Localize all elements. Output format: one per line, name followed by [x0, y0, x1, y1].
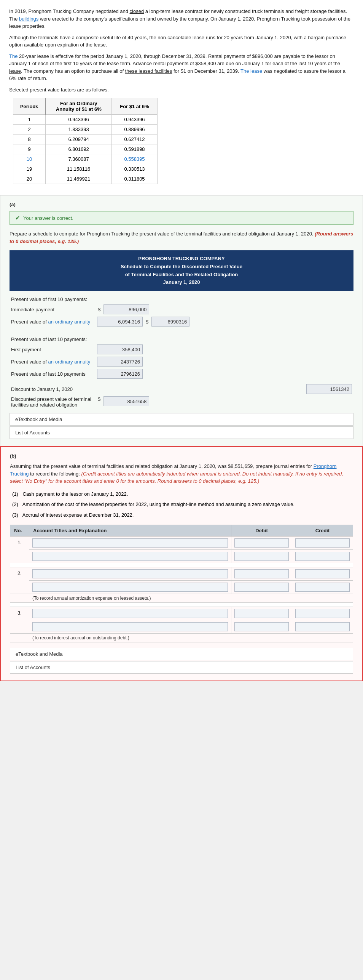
table-row: 20 [13, 174, 46, 184]
journal-input-account-2a[interactable] [32, 569, 228, 578]
journal-account-3a[interactable] [29, 607, 231, 620]
part-b-section: (b) Assuming that the present value of t… [0, 446, 363, 681]
table-row: 1 [13, 115, 46, 125]
journal-row-2b [10, 581, 353, 594]
table-row: 7.360087 [46, 154, 112, 164]
table-row: 10 [13, 154, 46, 164]
journal-input-account-1a[interactable] [32, 538, 228, 548]
journal-credit-2b[interactable] [292, 581, 353, 594]
list-of-accounts-link-a[interactable]: List of Accounts [10, 426, 353, 439]
pv-annuity-field1b[interactable]: 6990316 [151, 317, 189, 327]
discounted-pv-row: Discounted present value of terminalfaci… [11, 396, 352, 408]
schedule-area: Present value of first 10 payments: Imme… [10, 296, 353, 408]
table-row: 0.558395 [111, 154, 157, 164]
part-a-footer-links: eTextbook and Media List of Accounts [10, 413, 353, 439]
pv-annuity-row2: Present value of an ordinary annuity 243… [11, 357, 352, 367]
list-item-2: (2) Amortization of the cost of the leas… [12, 501, 353, 508]
table-row: 0.889996 [111, 125, 157, 135]
paragraph2: Although the terminals have a composite … [9, 34, 354, 49]
journal-debit-2b[interactable] [231, 581, 292, 594]
part-b-intro: Assuming that the present value of termi… [10, 463, 353, 485]
journal-credit-2a[interactable] [292, 567, 353, 581]
journal-credit-3b[interactable] [292, 620, 353, 634]
journal-debit-1a[interactable] [231, 536, 292, 550]
table-row: 6.209794 [46, 135, 112, 144]
journal-credit-1a[interactable] [292, 536, 353, 550]
table-row: 11.469921 [46, 174, 112, 184]
journal-input-debit-3b[interactable] [234, 622, 289, 631]
journal-account-2a[interactable] [29, 567, 231, 581]
first-payment-field[interactable]: 358,400 [97, 344, 143, 354]
journal-account-1a[interactable] [29, 536, 231, 550]
journal-input-debit-2a[interactable] [234, 569, 289, 578]
part-a-instruction: Prepare a schedule to compute for Prongh… [10, 230, 353, 245]
journal-note-no-3 [10, 634, 29, 642]
pv-annuity-field2[interactable]: 2437726 [97, 357, 143, 367]
journal-spacer-1 [10, 563, 353, 567]
paragraph1: In 2019, Pronghorn Trucking Company nego… [9, 8, 354, 30]
journal-input-account-3a[interactable] [32, 609, 228, 618]
first-payment-label: First payment [11, 347, 95, 352]
section1-label: Present value of first 10 payments: [11, 296, 352, 302]
journal-debit-3b[interactable] [231, 620, 292, 634]
journal-credit-1b[interactable] [292, 550, 353, 563]
table-row: 0.591898 [111, 144, 157, 154]
journal-input-account-2b[interactable] [32, 583, 228, 592]
journal-col-no: No. [10, 525, 29, 536]
immediate-payment-label: Immediate payment [11, 307, 95, 312]
problem-section: In 2019, Pronghorn Trucking Company nego… [0, 0, 363, 195]
journal-account-2b[interactable] [29, 581, 231, 594]
journal-no-3: 3. [10, 607, 29, 634]
journal-input-debit-2b[interactable] [234, 583, 289, 592]
discount-field[interactable]: 1561342 [306, 384, 352, 394]
journal-row-2a: 2. [10, 567, 353, 581]
journal-input-credit-1a[interactable] [295, 538, 350, 548]
journal-input-credit-1b[interactable] [295, 552, 350, 561]
journal-input-debit-1b[interactable] [234, 552, 289, 561]
journal-debit-2a[interactable] [231, 567, 292, 581]
list-of-accounts-link-b[interactable]: List of Accounts [10, 661, 353, 674]
discounted-pv-field[interactable]: 8551658 [103, 396, 149, 406]
discount-row: Discount to January 1, 2020 1561342 [11, 384, 352, 394]
table-row: 1.833393 [46, 125, 112, 135]
part-b-label: (b) [10, 453, 353, 459]
pv-annuity-label1: Present value of an ordinary annuity [11, 319, 95, 325]
journal-input-credit-2b[interactable] [295, 583, 350, 592]
pv-annuity-label2: Present value of an ordinary annuity [11, 359, 95, 365]
pv-table: Periods For an OrdinaryAnnuity of $1 at … [13, 98, 158, 184]
journal-input-account-1b[interactable] [32, 552, 228, 561]
part-a-section: (a) ✔ Your answer is correct. Prepare a … [0, 195, 363, 446]
etextbook-link-a[interactable]: eTextbook and Media [10, 413, 353, 426]
journal-account-3b[interactable] [29, 620, 231, 634]
journal-col-debit: Debit [231, 525, 292, 536]
journal-note-text-3: (To record interest accrual on outstandi… [29, 634, 353, 642]
pv-last10-field[interactable]: 2796126 [97, 369, 143, 379]
company-header-line1: PRONGHORN TRUCKING COMPANY [16, 255, 347, 263]
company-header-line2: Schedule to Compute the Discounted Prese… [16, 263, 347, 271]
dollar-sign-1: $ [97, 307, 101, 312]
journal-note-no-2 [10, 594, 29, 603]
immediate-payment-field[interactable]: 896,000 [103, 304, 149, 314]
journal-no-2: 2. [10, 567, 29, 594]
correct-banner: ✔ Your answer is correct. [10, 211, 353, 225]
pv-annuity-field1a[interactable]: 6,094,316 [97, 317, 143, 327]
table-row: 0.943396 [111, 115, 157, 125]
company-header: PRONGHORN TRUCKING COMPANY Schedule to C… [10, 250, 353, 291]
journal-credit-3a[interactable] [292, 607, 353, 620]
journal-input-credit-3a[interactable] [295, 609, 350, 618]
table-row: 0.330513 [111, 164, 157, 174]
journal-note-3: (To record interest accrual on outstandi… [10, 634, 353, 642]
journal-debit-3a[interactable] [231, 607, 292, 620]
journal-account-1b[interactable] [29, 550, 231, 563]
journal-input-account-3b[interactable] [32, 622, 228, 631]
journal-input-debit-3a[interactable] [234, 609, 289, 618]
table-row: 0.943396 [46, 115, 112, 125]
journal-debit-1b[interactable] [231, 550, 292, 563]
table-row: 0.311805 [111, 174, 157, 184]
journal-input-credit-3b[interactable] [295, 622, 350, 631]
journal-input-debit-1a[interactable] [234, 538, 289, 548]
etextbook-link-b[interactable]: eTextbook and Media [10, 648, 353, 660]
part-a-label: (a) [10, 202, 353, 207]
journal-input-credit-2a[interactable] [295, 569, 350, 578]
dollar-sign-2: $ [145, 319, 149, 325]
